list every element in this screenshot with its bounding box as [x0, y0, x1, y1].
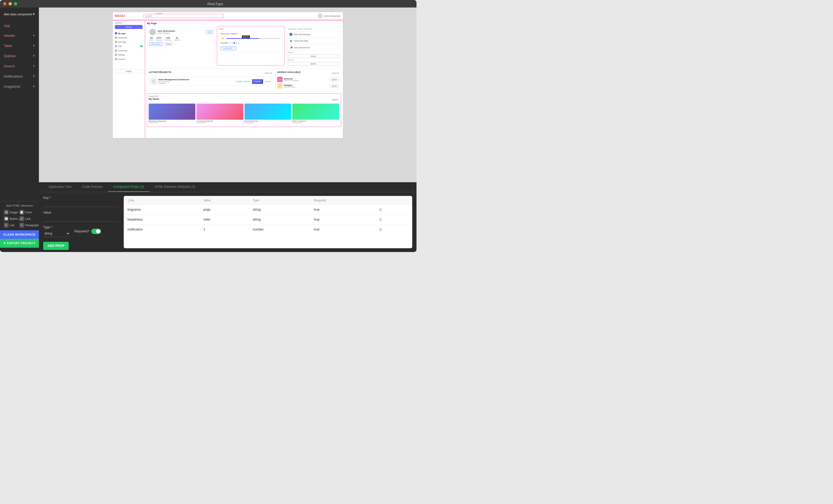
- shots-title: My Shots: [149, 98, 160, 100]
- add-prop-button[interactable]: ADD PROP: [43, 242, 69, 250]
- search-plus-icon[interactable]: +: [33, 64, 35, 68]
- button12-area: Button12 Quote: [288, 59, 339, 66]
- html-element-form[interactable]: 📄 Form: [19, 210, 39, 215]
- button11-quote[interactable]: Quote: [288, 54, 339, 58]
- qty-dots: [229, 42, 239, 44]
- tab-application-tree[interactable]: Application Tree: [43, 182, 77, 192]
- nav-community[interactable]: Community: [113, 48, 145, 53]
- minimize-button[interactable]: [8, 2, 12, 5]
- sidebar-item-imagegrid[interactable]: ImageGrid +: [0, 81, 39, 92]
- nav-my-page[interactable]: My page: [113, 31, 145, 35]
- nav-creators[interactable]: Creators: [113, 57, 145, 61]
- image-item-2: Community Dashboard 03 August 2019: [196, 103, 243, 125]
- support-area: Give your support ⚡ $25.00: [219, 31, 283, 52]
- profile-role: UI/UX Designer: [158, 32, 175, 34]
- button12-tag: Button12: [288, 59, 339, 61]
- twitter-icon: 🐦: [290, 40, 293, 42]
- add-component-button[interactable]: +: [32, 12, 35, 17]
- sidebar-item-header[interactable]: Header +: [0, 30, 39, 41]
- header-tag-label: Header9: [156, 13, 163, 15]
- imagegrid-plus-icon[interactable]: +: [33, 84, 35, 89]
- message-btn[interactable]: MESSAGE: [149, 42, 163, 46]
- row-value-3: 1: [200, 225, 249, 235]
- mockup-main-area: My Page Jana Strassmann UI/UX: [145, 20, 343, 138]
- stat-following: 678 Following: [165, 37, 171, 41]
- app-label: App: [4, 24, 10, 28]
- mockup-logout-btn[interactable]: Logout: [115, 69, 143, 73]
- tab-bar: Application Tree Code Preview Component …: [39, 182, 416, 192]
- mockup-upload-btn[interactable]: Upload: [115, 25, 143, 29]
- nav-icon: [115, 32, 117, 34]
- table-plus-icon[interactable]: +: [33, 43, 35, 48]
- button12-quote[interactable]: Quote: [288, 62, 339, 66]
- export-project-button[interactable]: ⬇ EXPORT PROJECT: [0, 239, 39, 248]
- sidebar-item-search[interactable]: Search +: [0, 61, 39, 71]
- tab-html-element-attrs[interactable]: HTML Element Attributes (3): [149, 182, 201, 192]
- preview-mockup: IMAGE4 Header9 Search8 Jana Strassmann: [113, 12, 343, 138]
- untapped-quote-btn[interactable]: Quote: [330, 84, 339, 88]
- projects-show-all[interactable]: Show All: [265, 72, 272, 74]
- follow-btn[interactable]: Follow: [164, 42, 173, 46]
- sidebar-item-sidebar[interactable]: Sidebar +: [0, 51, 39, 61]
- row-type-2: string: [249, 215, 310, 225]
- project-budget: Budget : $1200: [236, 80, 250, 83]
- starbucks-quote-btn[interactable]: Quote: [330, 78, 339, 81]
- cancel-btn[interactable]: Cancel: [265, 80, 270, 82]
- row-value-1: pngs: [200, 205, 249, 215]
- mockup-search-input[interactable]: [153, 15, 222, 17]
- sidebar-item-table[interactable]: Table +: [0, 41, 39, 51]
- works-section: WORKS AVAILABLE Show All ☕ Starbucks Web…: [275, 69, 340, 92]
- form-icon: 📄: [19, 210, 24, 215]
- nav-chat[interactable]: Chat 3: [113, 44, 145, 48]
- header-plus-icon[interactable]: +: [33, 33, 35, 38]
- html-element-link[interactable]: 🔗 Link: [19, 216, 39, 221]
- notifications-plus-icon[interactable]: +: [33, 74, 35, 79]
- pinterest-icon: 📌: [290, 46, 293, 49]
- table-row: imgname pngs string true 🗑: [124, 205, 412, 215]
- maximize-button[interactable]: [14, 2, 17, 5]
- key-field-row: Key *: [43, 196, 118, 207]
- delete-row-3-button[interactable]: 🗑: [379, 227, 382, 232]
- tab-component-props[interactable]: Component Props (3): [108, 182, 149, 192]
- tab-code-preview[interactable]: Code Preview: [77, 182, 108, 192]
- nav-edit-page[interactable]: Edit Page: [113, 40, 145, 44]
- value-field-row: Value: [43, 211, 118, 222]
- html-element-button[interactable]: ⬜ Button: [4, 216, 18, 221]
- html-element-image[interactable]: 🖼 Image: [4, 210, 18, 215]
- edit-profile-btn[interactable]: Edit: [206, 30, 213, 34]
- sidebar-item-notifications[interactable]: Notifications +: [0, 71, 39, 81]
- support-btn[interactable]: SUPPORT >: [221, 47, 236, 50]
- nav-dashboard[interactable]: Dashboard: [113, 35, 145, 40]
- work-info-1: Starbucks Website UI Redesign: [284, 78, 299, 81]
- col-value: Value: [200, 196, 249, 205]
- key-input[interactable]: [43, 201, 118, 207]
- sidebar-item-app[interactable]: App: [0, 21, 39, 30]
- stat-shots: 69 Shots: [149, 37, 153, 41]
- delete-row-2-button[interactable]: 🗑: [379, 217, 382, 222]
- delete-row-1-button[interactable]: 🗑: [379, 208, 382, 212]
- html-element-paragraph[interactable]: ¶ Paragraph: [19, 223, 39, 227]
- nav-icon: [115, 49, 117, 51]
- list-el-label: List: [10, 223, 14, 227]
- works-show-all[interactable]: Show All: [332, 72, 339, 74]
- deliver-btn[interactable]: Deliver: [252, 79, 263, 84]
- sidebar-plus-icon[interactable]: +: [33, 53, 35, 58]
- profile-avatar: [149, 29, 156, 35]
- image-grid-header: My Shots Latest ✓: [149, 98, 339, 102]
- value-input[interactable]: [43, 216, 118, 222]
- latest-dropdown[interactable]: Latest ✓: [332, 99, 339, 101]
- type-select[interactable]: string number boolean object array: [43, 230, 70, 237]
- stat-lightning: 78 Lightning: [174, 37, 180, 41]
- paragraph-el-label: Paragraph: [25, 223, 39, 227]
- close-button[interactable]: [3, 2, 6, 5]
- twitter-share-btn[interactable]: 🐦 Tweet with twitter ›: [288, 38, 339, 44]
- slider-track[interactable]: $25.00: [226, 38, 281, 39]
- button-el-label: Button: [10, 217, 18, 220]
- facebook-share-btn[interactable]: f Share with facebook ›: [288, 32, 339, 37]
- required-toggle[interactable]: [91, 229, 101, 234]
- value-label: Value: [43, 211, 118, 214]
- html-element-list[interactable]: ☰ List: [4, 223, 18, 227]
- nav-settings[interactable]: Settings: [113, 53, 145, 57]
- pinterest-share-btn[interactable]: 📌 Save with pinterest ›: [288, 45, 339, 50]
- clear-workspace-button[interactable]: CLEAR WORKSPACE: [0, 230, 39, 239]
